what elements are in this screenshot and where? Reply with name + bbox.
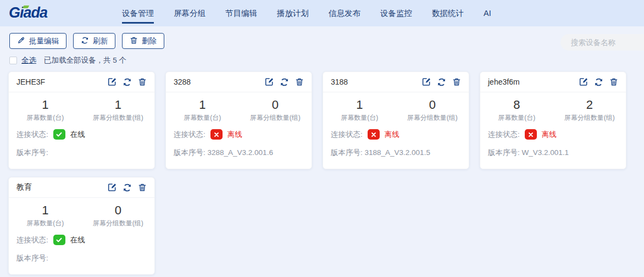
group-count: 1 <box>82 98 155 112</box>
screen-count-label: 屏幕数量(台) <box>323 113 396 123</box>
device-card: 3188 1屏幕数量(台) 0屏幕分组数量(组) 连接状态: 离线 版本序号: … <box>323 71 469 169</box>
card-actions <box>108 77 147 87</box>
version-value: W_V3.2.001.1 <box>522 148 569 157</box>
refresh-label: 刷新 <box>93 36 108 46</box>
version-value: 3288_A_V3.2.001.6 <box>208 148 273 157</box>
group-count: 0 <box>239 98 312 112</box>
tab-device-monitoring[interactable]: 设备监控 <box>380 0 412 26</box>
top-navbar: Giada 设备管理 屏幕分组 节目编辑 播放计划 信息发布 设备监控 数据统计… <box>0 0 644 26</box>
tab-info-publishing[interactable]: 信息发布 <box>329 0 360 26</box>
tab-screen-groups[interactable]: 屏幕分组 <box>174 0 206 26</box>
monitor-status-icon <box>368 129 380 140</box>
delete-label: 删除 <box>142 36 157 46</box>
search-input[interactable] <box>560 34 644 51</box>
edit-icon[interactable] <box>265 77 274 86</box>
edit-icon[interactable] <box>579 77 588 86</box>
version-row: 版本序号: <box>16 253 147 263</box>
card-header: 教育 <box>9 178 154 198</box>
pencil-icon <box>17 36 25 46</box>
device-count-summary: 已加载全部设备，共 5 个 <box>44 56 126 65</box>
card-header: 3188 <box>323 72 469 92</box>
selection-bar: 全选 已加载全部设备，共 5 个 <box>9 56 126 65</box>
version-label: 版本序号: <box>331 148 363 157</box>
status-badge: 在线 <box>70 130 85 140</box>
screen-count: 8 <box>480 98 553 112</box>
connection-status-label: 连接状态: <box>174 130 206 140</box>
version-label: 版本序号: <box>16 254 48 262</box>
trash-icon <box>130 36 138 46</box>
select-all-checkbox[interactable] <box>9 57 17 64</box>
card-actions <box>422 77 461 87</box>
tab-playback-schedule[interactable]: 播放计划 <box>277 0 309 26</box>
trash-icon[interactable] <box>295 77 304 86</box>
refresh-icon[interactable] <box>437 77 446 87</box>
status-badge: 在线 <box>70 235 85 245</box>
trash-icon[interactable] <box>452 77 461 86</box>
tab-data-statistics[interactable]: 数据统计 <box>432 0 464 26</box>
device-card: 3288 1屏幕数量(台) 0屏幕分组数量(组) 连接状态: 离线 版本序号: … <box>165 71 312 169</box>
giada-logo: Giada <box>9 4 47 21</box>
tab-ai[interactable]: AI <box>484 0 491 26</box>
card-header: JEHE3F <box>9 72 154 92</box>
version-row: 版本序号: <box>16 148 147 158</box>
toolbar: 批量编辑 刷新 删除 <box>9 33 164 49</box>
monitor-status-icon <box>525 129 537 140</box>
select-all-link[interactable]: 全选 <box>21 56 36 65</box>
version-row: 版本序号: 3188_A_V3.2.001.5 <box>331 148 461 158</box>
group-count-label: 屏幕分组数量(组) <box>396 113 469 123</box>
monitor-status-icon <box>53 129 65 140</box>
card-actions <box>108 183 147 192</box>
card-header: jehe3f6m <box>480 72 626 92</box>
monitor-status-icon <box>53 235 65 245</box>
group-count: 2 <box>553 98 626 112</box>
refresh-button[interactable]: 刷新 <box>73 33 115 49</box>
refresh-icon[interactable] <box>123 77 132 87</box>
device-name: jehe3f6m <box>488 77 520 86</box>
group-count: 0 <box>396 98 469 112</box>
batch-edit-button[interactable]: 批量编辑 <box>9 33 66 49</box>
connection-status-row: 连接状态: 在线 <box>16 129 154 140</box>
connection-status-label: 连接状态: <box>16 130 48 140</box>
connection-status-label: 连接状态: <box>16 235 48 245</box>
device-name: 3188 <box>331 77 348 86</box>
device-name: JEHE3F <box>16 77 45 86</box>
status-badge: 离线 <box>542 130 557 140</box>
tab-program-editing[interactable]: 节目编辑 <box>225 0 257 26</box>
refresh-icon <box>81 36 89 46</box>
delete-button[interactable]: 删除 <box>122 33 164 49</box>
card-header: 3288 <box>166 72 312 92</box>
group-count-label: 屏幕分组数量(组) <box>239 113 312 123</box>
status-badge: 离线 <box>227 130 242 140</box>
trash-icon[interactable] <box>609 77 618 86</box>
edit-icon[interactable] <box>108 77 116 86</box>
trash-icon[interactable] <box>138 183 147 192</box>
group-count-label: 屏幕分组数量(组) <box>82 113 155 123</box>
screen-count: 1 <box>323 98 396 112</box>
version-label: 版本序号: <box>16 148 48 157</box>
card-stats: 1屏幕数量(台) 1屏幕分组数量(组) <box>9 98 154 123</box>
edit-icon[interactable] <box>108 183 116 192</box>
connection-status-label: 连接状态: <box>331 130 363 140</box>
connection-status-row: 连接状态: 离线 <box>331 129 469 140</box>
screen-count: 1 <box>9 203 82 218</box>
refresh-icon[interactable] <box>594 77 603 87</box>
tab-device-management[interactable]: 设备管理 <box>122 0 154 26</box>
device-card-grid: JEHE3F 1屏幕数量(台) 1屏幕分组数量(组) 连接状态: 在线 版本序号… <box>8 71 626 275</box>
version-label: 版本序号: <box>488 148 520 157</box>
main-nav: 设备管理 屏幕分组 节目编辑 播放计划 信息发布 设备监控 数据统计 AI <box>122 0 491 26</box>
screen-count: 1 <box>166 98 239 112</box>
group-count: 0 <box>82 203 155 218</box>
device-card: 教育 1屏幕数量(台) 0屏幕分组数量(组) 连接状态: 在线 版本序号: <box>8 177 155 275</box>
device-name: 3288 <box>174 77 191 86</box>
version-label: 版本序号: <box>174 148 206 157</box>
edit-icon[interactable] <box>422 77 431 86</box>
refresh-icon[interactable] <box>280 77 289 87</box>
status-badge: 离线 <box>385 130 399 140</box>
batch-edit-label: 批量编辑 <box>29 36 59 46</box>
card-stats: 8屏幕数量(台) 2屏幕分组数量(组) <box>480 98 626 123</box>
version-row: 版本序号: W_V3.2.001.1 <box>488 148 618 158</box>
trash-icon[interactable] <box>138 77 147 86</box>
refresh-icon[interactable] <box>123 183 132 192</box>
card-actions <box>579 77 618 87</box>
group-count-label: 屏幕分组数量(组) <box>82 219 155 228</box>
